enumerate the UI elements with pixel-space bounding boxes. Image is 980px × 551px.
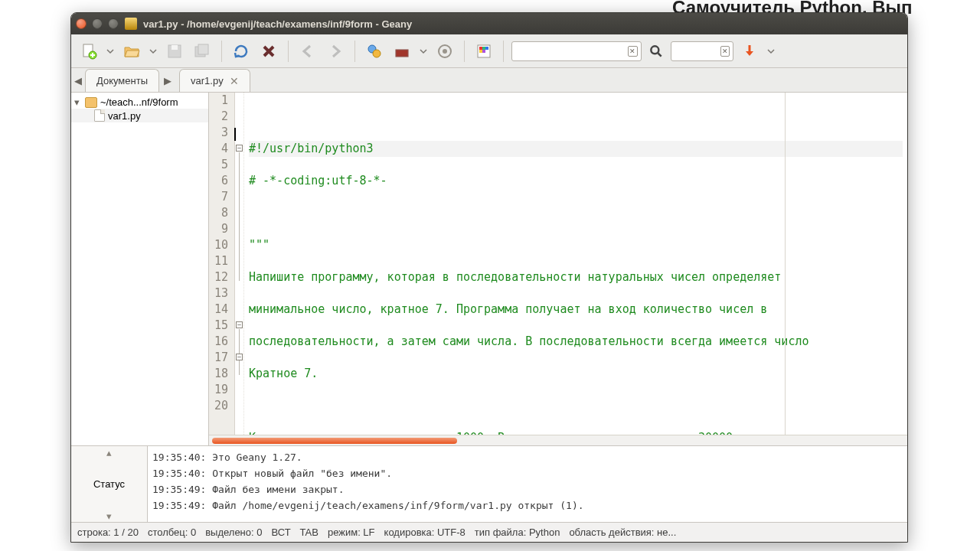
save-all-button[interactable] <box>191 40 214 63</box>
svg-rect-8 <box>396 50 408 57</box>
goto-line-box[interactable]: ✕ <box>671 41 733 61</box>
fold-marker-icon[interactable]: − <box>236 354 243 360</box>
status-bar: строка: 1 / 20 столбец: 0 выделено: 0 ВС… <box>71 522 907 542</box>
sidebar-tab-documents[interactable]: Документы <box>85 69 159 92</box>
app-icon <box>125 18 137 30</box>
close-file-button[interactable] <box>257 40 280 63</box>
color-picker-button[interactable] <box>472 40 495 63</box>
geany-window: var1.py - /home/evgenij/teach/examens/in… <box>70 12 908 543</box>
status-scope: область действия: не... <box>569 527 676 538</box>
tree-file-label: var1.py <box>108 110 141 122</box>
search-input[interactable] <box>515 46 628 57</box>
right-margin-line <box>785 93 786 435</box>
sidebar-tab-scroll-right[interactable]: ▶ <box>161 69 175 92</box>
svg-rect-16 <box>479 50 482 53</box>
nav-back-button[interactable] <box>296 40 319 63</box>
tree-folder-row[interactable]: ▾ ~/teach...nf/9form <box>71 96 208 109</box>
search-button[interactable] <box>646 41 666 61</box>
editor-tab-label: var1.py <box>191 75 224 86</box>
message-list[interactable]: 19:35:40: Это Geany 1.27. 19:35:40: Откр… <box>148 446 907 522</box>
svg-point-18 <box>651 46 658 54</box>
code-editor[interactable]: 1234567891011121314151617181920 − − − #!… <box>209 93 907 435</box>
goto-line-input[interactable] <box>675 46 720 57</box>
svg-rect-3 <box>172 45 178 50</box>
toolbar-overflow[interactable] <box>766 47 776 55</box>
message-row: 19:35:40: Это Geany 1.27. <box>152 449 903 465</box>
reload-button[interactable] <box>230 40 253 63</box>
tree-file-row[interactable]: var1.py <box>71 109 208 122</box>
msg-tab-scroll-down[interactable]: ▾ <box>71 510 147 522</box>
status-tab[interactable]: TAB <box>300 527 318 538</box>
message-pane: ▴ Статус ▾ 19:35:40: Это Geany 1.27. 19:… <box>71 445 907 522</box>
build-menu[interactable] <box>418 47 429 55</box>
file-icon <box>94 109 105 122</box>
editor-tab-var1[interactable]: var1.py ✕ <box>179 69 250 92</box>
clear-goto-icon[interactable]: ✕ <box>720 46 730 57</box>
sidebar-tab-scroll-left[interactable]: ◀ <box>71 69 85 92</box>
close-tab-icon[interactable]: ✕ <box>230 75 239 87</box>
maximize-button[interactable] <box>108 18 119 29</box>
tree-expander-icon[interactable]: ▾ <box>74 96 82 108</box>
fold-marker-icon[interactable]: − <box>236 145 243 152</box>
hscroll-thumb[interactable] <box>212 438 457 444</box>
message-row: 19:35:49: Файл без имени закрыт. <box>152 481 903 497</box>
status-sel: выделено: 0 <box>205 527 262 538</box>
message-row: 19:35:49: Файл /home/evgenij/teach/exame… <box>152 497 903 514</box>
open-file-button[interactable] <box>120 40 143 63</box>
compile-button[interactable] <box>363 40 386 63</box>
status-line: строка: 1 / 20 <box>77 527 139 538</box>
tab-strip: ◀ Документы ▶ var1.py ✕ <box>71 68 907 93</box>
message-row: 19:35:40: Открыт новый файл "без имени". <box>152 465 903 481</box>
fold-marker-icon[interactable]: − <box>236 321 243 328</box>
svg-point-11 <box>443 49 447 54</box>
minimize-button[interactable] <box>92 18 103 29</box>
code-area[interactable]: #!/usr/bin/python3 # -*-coding:utf-8-*- … <box>244 93 907 435</box>
toolbar: ✕ ✕ <box>71 34 907 68</box>
svg-rect-13 <box>479 47 482 50</box>
clear-search-icon[interactable]: ✕ <box>628 46 638 57</box>
window-titlebar[interactable]: var1.py - /home/evgenij/teach/examens/in… <box>71 13 907 34</box>
sidebar-tab-label: Документы <box>96 75 148 86</box>
svg-rect-15 <box>485 47 488 50</box>
svg-rect-14 <box>482 47 485 50</box>
window-title: var1.py - /home/evgenij/teach/examens/in… <box>143 18 412 30</box>
folder-icon <box>85 97 97 108</box>
save-button[interactable] <box>163 40 186 63</box>
tree-folder-label: ~/teach...nf/9form <box>100 96 178 108</box>
status-encoding[interactable]: кодировка: UTF-8 <box>384 527 466 538</box>
line-gutter[interactable]: 1234567891011121314151617181920 <box>209 93 235 435</box>
open-file-menu[interactable] <box>148 47 158 55</box>
close-button[interactable] <box>76 18 87 29</box>
goto-line-button[interactable] <box>738 40 761 63</box>
fold-column[interactable]: − − − <box>235 93 244 435</box>
new-file-menu[interactable] <box>105 47 116 55</box>
build-button[interactable] <box>390 40 413 63</box>
window-buttons <box>76 18 119 29</box>
msg-tab-scroll-up[interactable]: ▴ <box>71 446 147 458</box>
svg-point-7 <box>373 50 381 57</box>
new-file-button[interactable] <box>77 40 100 63</box>
documents-tree[interactable]: ▾ ~/teach...nf/9form var1.py <box>71 93 208 445</box>
editor-hscrollbar[interactable] <box>209 435 907 445</box>
run-button[interactable] <box>433 40 456 63</box>
status-ins[interactable]: ВСТ <box>271 527 290 538</box>
svg-rect-17 <box>482 50 485 53</box>
search-box[interactable]: ✕ <box>511 41 642 61</box>
nav-forward-button[interactable] <box>324 40 347 63</box>
status-mode[interactable]: режим: LF <box>328 527 375 538</box>
status-col: столбец: 0 <box>148 527 196 538</box>
msg-tab-status[interactable]: Статус <box>71 458 147 510</box>
status-filetype[interactable]: тип файла: Python <box>475 527 560 538</box>
sidebar: ▾ ~/teach...nf/9form var1.py <box>71 93 209 445</box>
svg-rect-5 <box>198 44 208 54</box>
